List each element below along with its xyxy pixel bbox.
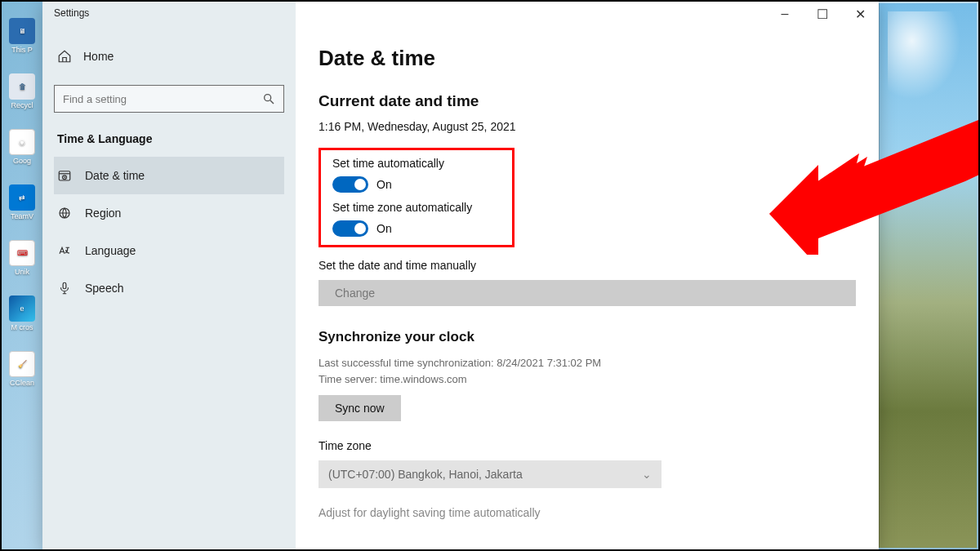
minimize-icon: –: [782, 7, 789, 21]
page-title: Date & time: [318, 46, 856, 71]
sidebar-item-date-time[interactable]: Date & time: [54, 157, 284, 194]
tz-value: (UTC+07:00) Bangkok, Hanoi, Jakarta: [328, 468, 523, 481]
svg-marker-8: [777, 157, 867, 212]
window-title: Settings: [42, 2, 296, 24]
wallpaper-scenic: [879, 3, 977, 548]
highlight-annotation: Set time automatically On Set time zone …: [318, 148, 514, 247]
current-datetime-value: 1:16 PM, Wednesday, August 25, 2021: [318, 120, 856, 133]
sidebar-item-label: Speech: [85, 282, 123, 295]
set-time-auto-label: Set time automatically: [332, 157, 501, 170]
window-controls: – ☐ ✕: [766, 2, 879, 26]
desktop-icon-recycle[interactable]: 🗑Recycl: [7, 73, 38, 109]
sidebar-item-speech[interactable]: Speech: [54, 269, 284, 307]
set-tz-auto-toggle[interactable]: [332, 220, 368, 237]
sidebar-item-label: Date & time: [85, 169, 145, 182]
sync-last: Last successful time synchronization: 8/…: [318, 355, 856, 371]
language-icon: [57, 243, 72, 258]
sidebar-item-region[interactable]: Region: [54, 194, 284, 232]
change-button: Change: [318, 280, 856, 306]
search-placeholder: Find a setting: [63, 93, 262, 105]
desktop-icon-edge[interactable]: eM cros: [7, 295, 38, 331]
set-time-auto-state: On: [376, 178, 392, 191]
desktop-icon-teamviewer[interactable]: ⇄TeamV: [7, 184, 38, 220]
search-icon: [262, 92, 275, 105]
set-manual-label: Set the date and time manually: [318, 259, 856, 272]
svg-marker-7: [769, 153, 859, 214]
sidebar-item-label: Language: [85, 244, 136, 257]
sync-server: Time server: time.windows.com: [318, 371, 856, 388]
dst-label: Adjust for daylight saving time automati…: [318, 506, 856, 519]
home-nav[interactable]: Home: [54, 39, 284, 73]
set-time-auto-toggle[interactable]: [332, 176, 368, 193]
desktop-icon-chrome[interactable]: ◉Goog: [7, 129, 38, 165]
sidebar-item-language[interactable]: Language: [54, 232, 284, 269]
close-icon: ✕: [855, 7, 866, 22]
tz-heading: Time zone: [318, 439, 856, 452]
desktop-icons: 🖥This P 🗑Recycl ◉Goog ⇄TeamV ⌨Unik eM cr…: [2, 2, 42, 549]
search-input[interactable]: Find a setting: [54, 85, 284, 113]
sync-now-button[interactable]: Sync now: [318, 395, 401, 421]
home-icon: [57, 49, 72, 64]
sidebar: Settings Home Find a setting Time & Lang…: [42, 2, 296, 549]
svg-rect-5: [63, 282, 66, 289]
clock-icon: [57, 168, 72, 183]
svg-point-0: [265, 95, 271, 101]
maximize-button[interactable]: ☐: [804, 2, 841, 26]
tz-select[interactable]: (UTC+07:00) Bangkok, Hanoi, Jakarta ⌄: [318, 460, 662, 488]
sidebar-items: Date & time Region Language: [54, 157, 284, 307]
settings-window: Settings Home Find a setting Time & Lang…: [42, 2, 879, 549]
maximize-icon: ☐: [817, 7, 828, 22]
set-tz-auto-label: Set time zone automatically: [332, 201, 501, 214]
content-pane: – ☐ ✕ Date & time Current date and time …: [296, 2, 879, 549]
desktop-icon-ccleaner[interactable]: 🧹CClean: [7, 351, 38, 387]
mic-icon: [57, 281, 72, 295]
chevron-down-icon: ⌄: [642, 468, 652, 481]
svg-line-1: [270, 100, 274, 104]
sync-heading: Synchronize your clock: [318, 329, 856, 345]
sidebar-category: Time & Language: [54, 127, 284, 157]
globe-icon: [57, 206, 72, 220]
desktop-icon-unikey[interactable]: ⌨Unik: [7, 240, 38, 276]
minimize-button[interactable]: –: [766, 2, 804, 26]
close-button[interactable]: ✕: [841, 2, 879, 26]
current-datetime-heading: Current date and time: [318, 92, 856, 110]
home-label: Home: [83, 50, 114, 63]
sidebar-item-label: Region: [85, 207, 121, 220]
set-tz-auto-state: On: [376, 222, 392, 235]
desktop-icon-thispc[interactable]: 🖥This P: [7, 18, 38, 54]
